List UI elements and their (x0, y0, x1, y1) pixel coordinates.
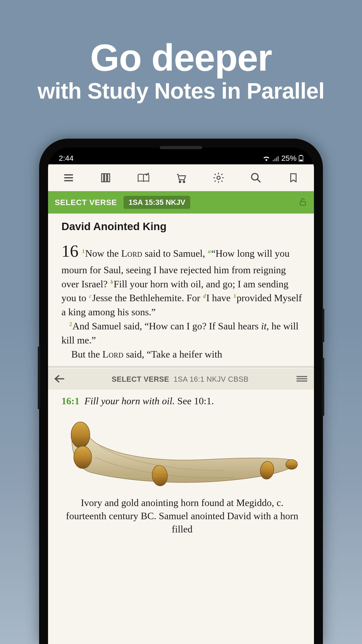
svg-point-17 (286, 460, 298, 469)
svg-line-11 (257, 179, 261, 182)
status-right: 25% (263, 154, 303, 162)
search-icon[interactable] (247, 169, 265, 187)
phone-side-button (322, 358, 324, 416)
study-image-horn (61, 412, 303, 495)
cross-ref[interactable]: c (89, 293, 92, 299)
svg-point-8 (183, 181, 185, 182)
svg-rect-12 (300, 202, 305, 205)
footnote[interactable]: 1 (234, 293, 236, 299)
study-verse-ref[interactable]: 16:1 (61, 396, 79, 406)
promo-headline: Go deeper with Study Notes in Parallel (0, 0, 362, 104)
library-icon[interactable] (97, 169, 115, 187)
battery-icon (299, 155, 303, 162)
unlock-icon[interactable] (298, 197, 307, 208)
panel-title[interactable]: SELECT VERSE 1SA 16:1 NKJV CBSB (70, 375, 290, 384)
verse-selector-bar: SELECT VERSE 1SA 15:35 NKJV (48, 191, 314, 214)
bookmark-icon[interactable] (285, 169, 302, 187)
cross-ref[interactable]: d (203, 293, 206, 299)
back-icon[interactable] (54, 374, 64, 384)
panel-reference: 1SA 16:1 NKJV CBSB (174, 375, 249, 383)
svg-point-7 (179, 181, 181, 182)
menu-icon[interactable] (60, 169, 77, 187)
study-note-line: 16:1 Fill your horn with oil. See 10:1. (61, 394, 303, 408)
cross-ref[interactable]: b (110, 279, 113, 285)
toolbar (48, 164, 314, 191)
status-time: 2:44 (59, 154, 73, 162)
svg-rect-5 (107, 174, 109, 182)
scripture-pane[interactable]: David Anointed King 161Now the Lord said… (48, 214, 314, 366)
svg-point-10 (252, 173, 258, 180)
promo-subtitle: with Study Notes in Parallel (0, 77, 362, 104)
reading-plan-icon[interactable] (134, 169, 152, 187)
cross-ref[interactable]: a (208, 248, 211, 254)
status-bar: 2:44 25% (48, 148, 314, 164)
study-pane[interactable]: 16:1 Fill your horn with oil. See 10:1. (48, 389, 314, 644)
study-image-caption: Ivory and gold anointing horn found at M… (61, 496, 303, 536)
study-panel-bar: SELECT VERSE 1SA 16:1 NKJV CBSB (48, 369, 314, 389)
signal-icon (272, 156, 279, 161)
verse-number[interactable]: 2 (69, 321, 72, 327)
svg-point-14 (74, 446, 92, 468)
chapter-number: 16 (61, 242, 78, 260)
gear-icon[interactable] (210, 169, 228, 187)
cart-icon[interactable] (172, 169, 190, 187)
reference-pill[interactable]: 1SA 15:35 NKJV (124, 196, 190, 209)
drag-handle-icon[interactable] (296, 375, 308, 383)
promo-title: Go deeper (0, 38, 362, 77)
wifi-icon (263, 156, 270, 161)
select-verse-button[interactable]: SELECT VERSE (55, 198, 117, 207)
svg-rect-3 (101, 174, 103, 182)
phone-side-button (38, 346, 40, 409)
phone-speaker (160, 146, 202, 149)
svg-point-9 (217, 176, 220, 179)
app-content: SELECT VERSE 1SA 15:35 NKJV David Anoint… (48, 164, 314, 644)
svg-point-13 (71, 422, 90, 448)
panel-select-verse: SELECT VERSE (112, 375, 169, 383)
verse-number[interactable]: 1 (82, 248, 85, 254)
scripture-body: 161Now the Lord said to Samuel, a“How lo… (61, 239, 303, 362)
phone-screen: 2:44 25% (48, 148, 314, 644)
status-battery: 25% (281, 154, 297, 162)
phone-side-button (322, 308, 324, 342)
pane-divider[interactable] (48, 366, 314, 369)
section-heading: David Anointed King (61, 220, 303, 232)
svg-rect-2 (300, 160, 302, 161)
phone-frame: 2:44 25% (39, 139, 323, 644)
svg-rect-4 (105, 174, 107, 182)
